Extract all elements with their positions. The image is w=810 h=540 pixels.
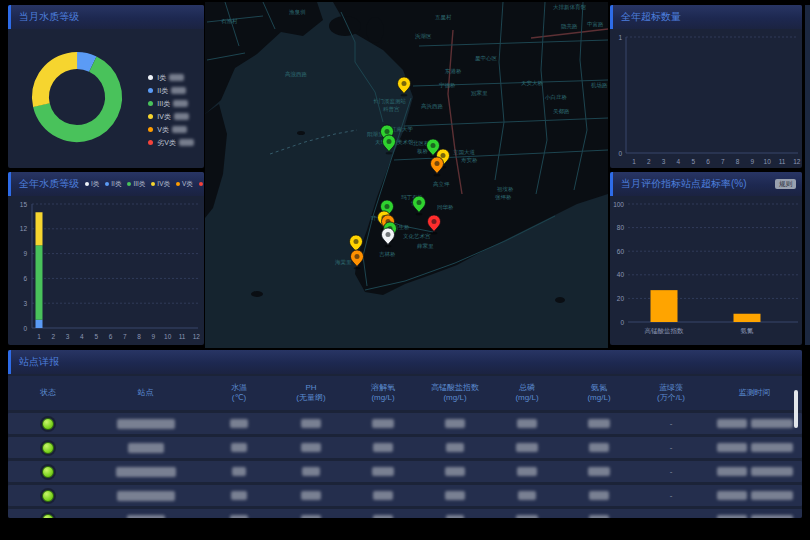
legend-item-劣V类[interactable]: 劣V类 (148, 136, 194, 149)
legend-item-V类[interactable]: V类 (176, 172, 193, 196)
map-place-label: 星中心区 (475, 55, 498, 61)
value-redacted (301, 515, 321, 518)
legend-dot (148, 140, 153, 145)
value-redacted (516, 515, 538, 518)
cell-站点 (88, 491, 203, 501)
column-unit: (万个/L) (635, 393, 707, 403)
legend-item-I类[interactable]: I类 (85, 172, 99, 196)
map-place-label: 同华桥 (437, 204, 454, 210)
map-place-label: 高浪西路 (285, 71, 308, 78)
pin-hole (431, 143, 436, 148)
map-place-label: 张坪桥 (495, 194, 512, 201)
legend-item-V类[interactable]: V类 (148, 123, 194, 136)
legend-item-III类[interactable]: III类 (127, 172, 145, 196)
cell-高锰酸盐指数 (419, 419, 491, 428)
panel-station-table: 站点详报 状态站点水温(℃)PH(无量纲)溶解氧(mg/L)高锰酸盐指数(mg/… (8, 350, 802, 518)
pin-hole (435, 161, 440, 166)
map-place-label: 五星村 (435, 14, 452, 21)
bar-category-label: 氨氮 (741, 327, 755, 334)
table-row: - (8, 485, 802, 506)
map-place-label: 科普宫 (383, 106, 400, 113)
x-tick-label: 8 (736, 158, 740, 165)
legend-value-redacted (169, 74, 184, 81)
x-tick-label: 10 (764, 158, 772, 165)
cell-PH (275, 491, 347, 500)
bar-高锰酸盐指数 (651, 290, 678, 322)
x-tick-label: 2 (51, 333, 55, 340)
map[interactable]: 石渔村渔泉圳五星村大排新体育馆隐亮路中富路浜湖区星中心区东港桥宁德桥冠家里高浪西… (205, 2, 608, 348)
legend-item-IV类[interactable]: IV类 (148, 110, 194, 123)
value-redacted (373, 443, 393, 452)
value-redacted (301, 443, 321, 452)
legend-label: IV类 (157, 172, 170, 196)
cell-溶解氧 (347, 467, 419, 476)
station-name-redacted (128, 443, 164, 453)
status-dot-green (42, 514, 54, 519)
value-redacted (517, 419, 537, 428)
pin-hole (386, 232, 391, 237)
value-redacted (231, 443, 247, 452)
y-tick-label: 6 (23, 275, 27, 282)
legend-label: 劣V类 (157, 138, 176, 148)
pin-hole (402, 81, 407, 86)
map-place-label: 小白庄桥 (544, 94, 568, 101)
cell-站点 (88, 467, 203, 477)
y-tick-label: 60 (617, 248, 625, 255)
legend-dot (127, 182, 131, 186)
legend-item-II类[interactable]: II类 (148, 84, 194, 97)
cell-水温 (203, 443, 275, 452)
column-unit: (mg/L) (419, 393, 491, 403)
dashboard: 当月水质等级 I类II类III类IV类V类劣V类 全年水质等级 I类II类III… (0, 0, 810, 540)
cell-水温 (203, 467, 275, 476)
value-redacted (445, 491, 465, 500)
algae-value: - (670, 491, 673, 500)
table-body: ----- (8, 413, 802, 518)
value-redacted (232, 467, 246, 476)
legend-dot (85, 182, 89, 186)
legend-item-IV类[interactable]: IV类 (151, 172, 170, 196)
y-tick-label: 0 (23, 325, 27, 332)
map-canvas[interactable]: 石渔村渔泉圳五星村大排新体育馆隐亮路中富路浜湖区星中心区东港桥宁德桥冠家里高浪西… (205, 2, 608, 348)
status-dot-green (42, 442, 54, 454)
cell-站点 (88, 419, 203, 429)
column-header-总磷: 总磷(mg/L) (491, 383, 563, 403)
panel-annual-grade-title: 全年水质等级 I类II类III类IV类V类劣V类 (8, 172, 204, 196)
y-tick-label: 15 (20, 201, 28, 208)
x-tick-label: 5 (94, 333, 98, 340)
map-place-label: 长门溪监测站 (373, 98, 407, 105)
time-redacted (751, 491, 793, 500)
cell-溶解氧 (347, 491, 419, 500)
y-tick-label: 12 (20, 225, 28, 232)
legend-item-I类[interactable]: I类 (148, 71, 194, 84)
column-header-溶解氧: 溶解氧(mg/L) (347, 383, 419, 403)
stack-segment-III类 (36, 245, 43, 319)
cell-站点 (88, 515, 203, 519)
column-label: 状态 (8, 388, 88, 398)
algae-value: - (670, 419, 673, 428)
legend-item-III类[interactable]: III类 (148, 97, 194, 110)
cell-蓝绿藻: - (635, 443, 707, 452)
legend-item-劣V类[interactable]: 劣V类 (199, 172, 204, 196)
cell-蓝绿藻: - (635, 467, 707, 476)
algae-value: - (670, 443, 673, 452)
cell-PH (275, 443, 347, 452)
time-redacted (751, 467, 793, 476)
column-unit: (无量纲) (275, 393, 347, 403)
cell-氨氮 (563, 419, 635, 428)
x-tick-label: 9 (152, 333, 156, 340)
table-scrollbar[interactable] (794, 390, 798, 428)
table-row: - (8, 509, 802, 518)
cell-PH (275, 515, 347, 518)
exceed-rate-bar-chart: 020406080100高锰酸盐指数氨氮 (610, 196, 802, 345)
panel-exceed-rate: 当月评价指标站点超标率(%) 规则 020406080100高锰酸盐指数氨氮 (610, 172, 802, 345)
legend-item-II类[interactable]: II类 (105, 172, 121, 196)
map-island (251, 291, 263, 297)
rule-badge-button[interactable]: 规则 (775, 179, 796, 189)
value-redacted (589, 443, 609, 452)
cell-总磷 (491, 491, 563, 500)
y-tick-label: 1 (618, 34, 622, 41)
pin-hole (387, 139, 392, 144)
value-redacted (588, 467, 610, 476)
map-place-label: 大排新体育馆 (553, 4, 587, 11)
legend-label: I类 (157, 73, 166, 83)
